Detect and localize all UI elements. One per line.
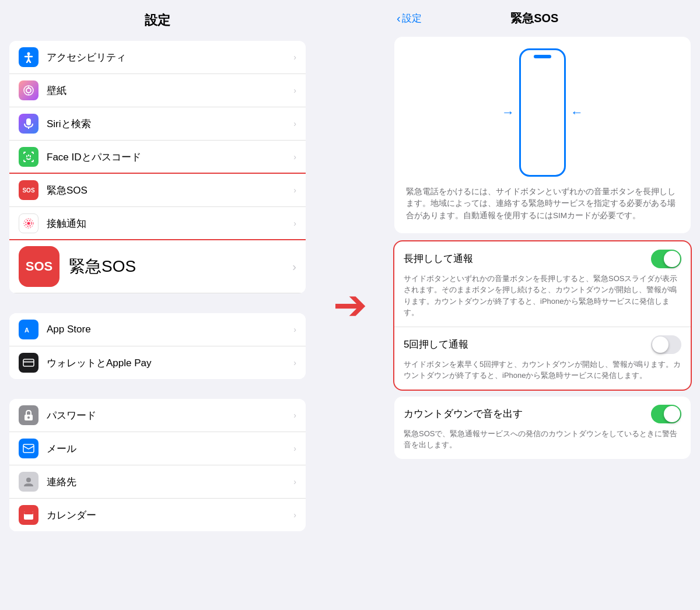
right-header: ‹ 設定 緊急SOS [385, 0, 700, 32]
settings-item-calendar[interactable]: カレンダー › [9, 499, 306, 531]
toggle-five-press[interactable] [651, 335, 681, 354]
svg-rect-7 [26, 118, 31, 125]
settings-item-sos[interactable]: SOS 緊急SOS › [9, 174, 306, 207]
toggle-desc-long-press: サイドボタンといずれかの音量ボタンを長押しすると、緊急SOSスライダが表示されま… [404, 273, 681, 318]
arrow-left-icon: → [502, 105, 514, 120]
siri-chevron: › [293, 119, 296, 128]
appstore-icon: A [19, 320, 38, 339]
siri-label: Siriと検索 [47, 117, 290, 131]
sos-promo-item[interactable]: SOS 緊急SOS › [9, 240, 306, 293]
toggle-knob-five-press [652, 336, 668, 353]
mail-icon [19, 439, 38, 458]
calendar-icon [19, 505, 38, 525]
phone-illustration: → ← 緊急電話をかけるには、サイドボタンといずれかの音量ボタンを長押しします。… [394, 37, 691, 233]
toggle-long-press[interactable] [651, 250, 681, 268]
toggle-row-long-press: 長押しして通報 [404, 250, 681, 268]
sos-promo-label: 緊急SOS [69, 255, 136, 278]
countdown-label: カウントダウンで音を出す [404, 407, 523, 420]
password-chevron: › [293, 411, 296, 420]
sos-chevron: › [293, 185, 296, 195]
left-header: 設定 [0, 0, 315, 36]
toggle-countdown[interactable] [651, 405, 681, 423]
sos-promo-chevron: › [292, 260, 296, 274]
contacts-chevron: › [293, 477, 296, 486]
section-gap-1 [0, 298, 315, 308]
back-chevron-icon: ‹ [397, 12, 401, 25]
right-panel: ‹ 設定 緊急SOS → ← 緊急電話をかけるには、サイドボタンといずれかの音量… [385, 0, 700, 610]
wallpaper-label: 壁紙 [47, 84, 290, 97]
settings-item-faceid[interactable]: Face IDとパスコード › [9, 141, 306, 174]
calendar-label: カレンダー [47, 509, 290, 522]
faceid-icon [19, 147, 38, 167]
settings-group-1: アクセシビリティ › 壁紙 › [9, 41, 306, 293]
back-label: 設定 [402, 12, 422, 25]
toggle-desc-five-press: サイドボタンを素早く5回押すと、カウントダウンが開始し、警報が鳴ります。カウント… [404, 359, 681, 381]
settings-item-wallpaper[interactable]: 壁紙 › [9, 74, 306, 107]
toggle-knob-countdown [664, 406, 680, 422]
appstore-chevron: › [293, 325, 296, 334]
mail-label: メール [47, 442, 290, 455]
right-title: 緊急SOS [422, 10, 648, 26]
svg-point-12 [27, 222, 30, 225]
svg-text:A: A [24, 327, 29, 334]
accessibility-label: アクセシビリティ [47, 51, 290, 64]
toggle-knob-long-press [664, 251, 680, 267]
faceid-label: Face IDとパスコード [47, 150, 290, 164]
svg-rect-20 [23, 444, 34, 453]
red-arrow: ➔ [333, 285, 368, 325]
section-gap-2 [0, 384, 315, 394]
countdown-section: カウントダウンで音を出す 緊急SOSで、緊急通報サービスへの発信のカウントダウン… [394, 397, 691, 459]
phone-notch [534, 55, 551, 58]
wallpaper-chevron: › [293, 86, 296, 95]
accessibility-icon [19, 47, 38, 67]
appstore-label: App Store [47, 324, 290, 335]
wallet-chevron: › [293, 358, 296, 367]
settings-item-wallet[interactable]: ウォレットとApple Pay › [9, 346, 306, 379]
countdown-desc: 緊急SOSで、緊急通報サービスへの発信のカウントダウンをしているときに警告音を出… [394, 428, 691, 459]
settings-item-siri[interactable]: Siriと検索 › [9, 107, 306, 141]
svg-rect-23 [24, 511, 33, 514]
exposure-label: 接触通知 [47, 217, 290, 230]
settings-group-3: パスワード › メール › 連絡先 › [9, 399, 306, 531]
exposure-icon [19, 213, 38, 233]
back-button[interactable]: ‹ 設定 [397, 12, 422, 25]
countdown-row: カウントダウンで音を出す [394, 397, 691, 428]
toggle-label-five-press: 5回押して通報 [404, 338, 468, 351]
svg-rect-17 [23, 361, 34, 363]
contacts-icon [19, 472, 38, 492]
wallet-icon [19, 353, 38, 373]
left-panel: 設定 アクセシビリティ › [0, 0, 315, 610]
password-label: パスワード [47, 409, 290, 422]
arrow-section: ➔ [315, 0, 385, 610]
phone-diagram: → ← [502, 48, 583, 177]
siri-icon [19, 114, 38, 134]
faceid-chevron: › [293, 152, 296, 162]
settings-item-mail[interactable]: メール › [9, 432, 306, 465]
contacts-label: 連絡先 [47, 475, 290, 489]
phone-description: 緊急電話をかけるには、サイドボタンといずれかの音量ボタンを長押しします。地域によ… [406, 186, 679, 222]
settings-group-2: A App Store › ウォレットとApple Pay › [9, 313, 306, 379]
sos-icon: SOS [19, 180, 38, 200]
wallet-label: ウォレットとApple Pay [47, 356, 290, 370]
sos-icon-text: SOS [26, 259, 52, 274]
settings-item-contacts[interactable]: 連絡先 › [9, 465, 306, 499]
exposure-chevron: › [293, 219, 296, 228]
settings-item-appstore[interactable]: A App Store › [9, 313, 306, 346]
settings-item-password[interactable]: パスワード › [9, 399, 306, 432]
password-icon [19, 405, 38, 425]
toggle-row-five-press: 5回押して通報 [404, 335, 681, 354]
toggle-item-five-press: 5回押して通報 サイドボタンを素早く5回押すと、カウントダウンが開始し、警報が鳴… [394, 327, 691, 390]
settings-item-exposure[interactable]: 接触通知 › [9, 207, 306, 240]
phone-body [519, 48, 566, 177]
toggle-section: 長押しして通報 サイドボタンといずれかの音量ボタンを長押しすると、緊急SOSスラ… [394, 241, 691, 390]
svg-point-5 [26, 88, 31, 93]
svg-point-21 [26, 478, 31, 482]
accessibility-chevron: › [293, 52, 296, 62]
svg-point-19 [27, 416, 30, 419]
sos-label: 緊急SOS [47, 184, 290, 197]
calendar-chevron: › [293, 510, 296, 520]
settings-item-accessibility[interactable]: アクセシビリティ › [9, 41, 306, 74]
wallpaper-icon [19, 80, 38, 100]
sos-big-icon: SOS [19, 246, 60, 287]
toggle-label-long-press: 長押しして通報 [404, 252, 473, 265]
